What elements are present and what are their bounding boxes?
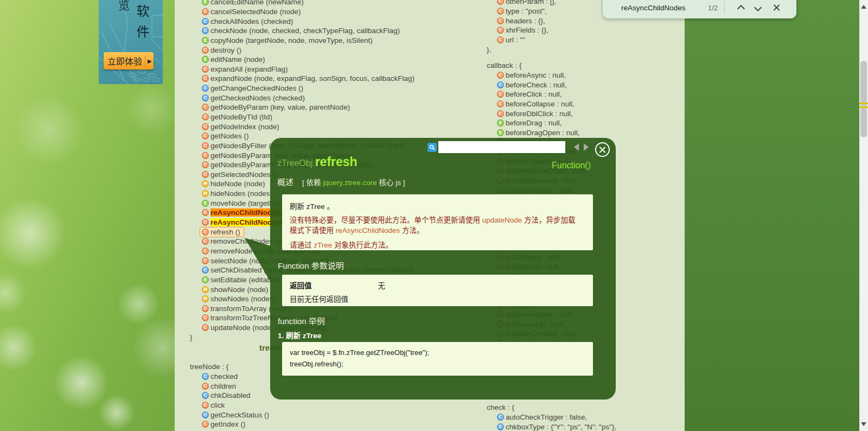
api-method-item[interactable]: E cancelEditName (newName) <box>190 0 429 7</box>
scroll-up-arrow-icon[interactable] <box>861 2 866 9</box>
method-type-badge-icon: C <box>202 27 209 34</box>
api-method-item[interactable]: C getNodeByParam (key, value, parentNode… <box>190 103 429 112</box>
check-setting-item[interactable]: C autoCheckTrigger : false, <box>487 413 616 422</box>
treenode-property-list: C checked C children C chkDisabled <box>190 372 269 429</box>
api-method-item[interactable]: C checkAllNodes (checked) <box>190 16 429 26</box>
inline-link[interactable]: reAsyncChildNodes <box>336 226 400 234</box>
treenode-property-item[interactable]: C checked <box>190 372 269 382</box>
method-type-badge-icon: C <box>202 219 209 226</box>
method-type-badge-icon: H <box>202 286 209 293</box>
scroll-down-arrow-icon[interactable] <box>861 422 866 429</box>
treenode-section: treeNode : { C checked C children C c <box>190 362 269 429</box>
setting-type-badge-icon: C <box>497 27 504 34</box>
callback-setting-item[interactable]: C beforeCollapse : null, <box>487 99 586 109</box>
setting-item[interactable]: }, <box>487 45 556 54</box>
property-type-badge-icon: C <box>202 402 209 409</box>
method-type-badge-icon: C <box>202 113 209 121</box>
treenode-property-item[interactable]: C click <box>190 401 269 410</box>
ad-banner[interactable]: 览 软件 立即体验 ▶ <box>99 0 163 84</box>
callback-setting-item[interactable]: C beforeCheck : null, <box>487 80 586 90</box>
setting-type-badge-icon: C <box>497 72 504 79</box>
api-method-item[interactable]: C expandAll (expandFlag) <box>190 64 429 74</box>
setting-item[interactable]: C url : "" <box>487 35 556 45</box>
api-method-item[interactable]: C checkNode (node, checked, checkTypeFla… <box>190 26 429 36</box>
check-setting-item[interactable]: C chkboxType : {"Y": "ps", "N": "ps"}, <box>487 422 616 431</box>
code-line: treeObj.refresh(); <box>290 358 585 370</box>
method-type-badge-icon: C <box>202 161 209 168</box>
setting-item[interactable]: C headers : {}, <box>487 16 556 26</box>
method-type-badge-icon: C <box>202 229 209 236</box>
api-method-label: getNodeByTId (tId) <box>210 113 272 121</box>
treenode-property-item[interactable]: C children <box>190 381 269 391</box>
treenode-property-item[interactable]: C chkDisabled <box>190 391 269 401</box>
method-type-badge-icon: C <box>202 142 209 149</box>
ad-line-art <box>99 0 163 84</box>
find-query-input[interactable] <box>620 3 704 12</box>
setting-item[interactable]: C otherParam : [], <box>487 0 556 7</box>
callback-setting-item[interactable]: E beforeDrag : null, <box>487 118 586 128</box>
api-method-item[interactable]: C cancelSelectedNode (node) <box>190 7 429 17</box>
find-next-icon[interactable] <box>755 5 761 11</box>
api-method-item[interactable]: E copyNode (targetNode, node, moveType, … <box>190 36 429 46</box>
api-method-label: checkAllNodes (checked) <box>210 17 293 26</box>
setting-label: beforeAsync : null, <box>506 71 566 79</box>
inline-link[interactable]: zTree <box>314 241 332 249</box>
callback-setting-item[interactable]: C beforeDblClick : null, <box>487 109 586 118</box>
api-method-label: getCheckedNodes (checked) <box>210 94 305 102</box>
api-method-label: } <box>190 333 193 341</box>
modal-search-input[interactable] <box>438 141 565 153</box>
close-icon[interactable] <box>595 142 610 157</box>
scrollbar[interactable] <box>859 0 868 431</box>
method-type-badge-icon: C <box>202 257 209 264</box>
treenode-property-item[interactable]: C getCheckStatus () <box>190 410 269 420</box>
method-type-badge-icon: C <box>202 85 209 92</box>
ad-cta-button[interactable]: 立即体验 ▶ <box>104 52 154 69</box>
find-close-icon[interactable] <box>773 4 781 12</box>
callback-setting-item[interactable]: C beforeClick : null, <box>487 90 586 99</box>
api-method-item[interactable]: C getNodeByTId (tId) <box>190 112 429 122</box>
inline-link[interactable]: jquery.ztree.core <box>323 179 377 187</box>
check-group-label: check : { <box>487 403 616 413</box>
code-line: var treeObj = $.fn.zTree.getZTreeObj("tr… <box>290 347 585 358</box>
previous-result-arrow-icon[interactable] <box>570 143 579 151</box>
api-method-item[interactable]: C getNodeIndex (node) <box>190 122 429 131</box>
api-method-item[interactable]: C getCheckedNodes (checked) <box>190 93 429 103</box>
api-method-label: showNode (node) <box>210 286 269 294</box>
callback-setting-item[interactable]: E beforeDragOpen : null, <box>487 128 586 137</box>
find-previous-icon[interactable] <box>738 5 744 11</box>
api-method-item[interactable]: C expandNode (node, expandFlag, sonSign,… <box>190 74 429 84</box>
modal-title: zTreeObj.refresh <box>277 155 358 169</box>
ad-side-character: 览 <box>118 0 130 12</box>
method-type-badge-icon: C <box>202 104 209 111</box>
scrollbar-thumb[interactable] <box>860 61 867 137</box>
api-method-item[interactable]: E editName (node) <box>190 55 429 65</box>
method-type-badge-icon: H <box>202 190 209 197</box>
inline-link[interactable]: updateNode <box>482 216 522 224</box>
ad-cta-divider <box>145 55 145 66</box>
setting-label: autoCheckTrigger : false, <box>506 413 587 421</box>
ad-cta-label: 立即体验 <box>107 54 142 67</box>
setting-label: type : "post", <box>506 7 547 15</box>
treenode-property-item[interactable]: C getIndex () <box>190 420 269 429</box>
ad-cta-arrow-icon: ▶ <box>148 58 152 64</box>
property-type-badge-icon: C <box>202 421 209 428</box>
setting-label: beforeDblClick : null, <box>506 110 573 118</box>
setting-type-badge-icon: C <box>497 91 504 98</box>
setting-type-badge-icon: C <box>497 423 504 430</box>
method-type-badge-icon: C <box>202 324 209 331</box>
setting-type-badge-icon: C <box>497 8 504 15</box>
search-icon[interactable] <box>427 143 437 152</box>
setting-item[interactable]: C xhrFields : {}, <box>487 26 556 35</box>
callback-setting-item[interactable]: C beforeAsync : null, <box>487 71 586 80</box>
api-method-label: checkNode (node, checked, checkTypeFlag,… <box>210 27 400 35</box>
method-type-badge-icon: E <box>202 0 209 5</box>
modal-title-method: refresh <box>315 155 358 169</box>
api-method-label: getNodeIndex (node) <box>210 123 279 131</box>
dependency-note: [ 依赖 jquery.ztree.core 核心 js ] <box>302 176 405 187</box>
api-method-item[interactable]: C destroy () <box>190 45 429 55</box>
treenode-property-label: checked <box>210 372 238 381</box>
api-method-item[interactable]: C getChangeCheckedNodes () <box>190 84 429 93</box>
setting-label: url : "" <box>506 36 525 44</box>
next-result-arrow-icon[interactable] <box>583 143 592 151</box>
setting-item[interactable]: C type : "post", <box>487 7 556 16</box>
